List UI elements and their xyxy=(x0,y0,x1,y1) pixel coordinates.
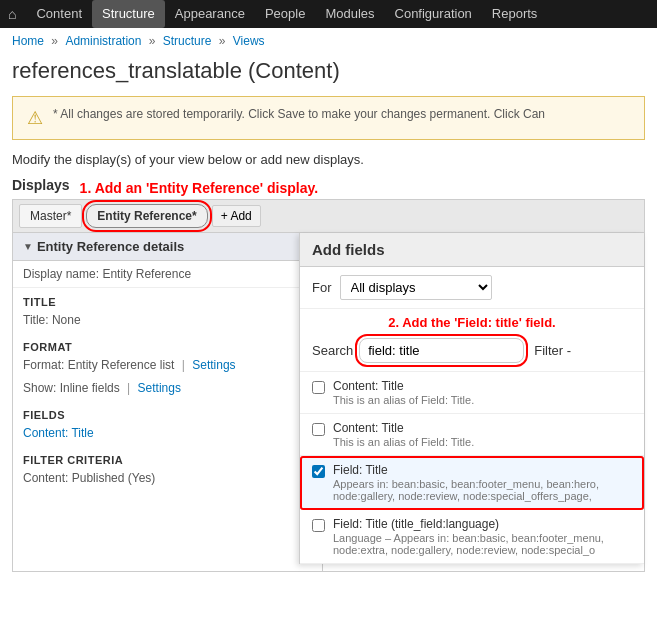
displays-header: Displays 1. Add an 'Entity Reference' di… xyxy=(12,177,645,199)
field-name-4: Field: Title (title_field:language) xyxy=(333,517,632,531)
displays-label: Displays xyxy=(12,177,70,193)
breadcrumb-structure[interactable]: Structure xyxy=(163,34,212,48)
for-label: For xyxy=(312,280,332,295)
breadcrumb-views[interactable]: Views xyxy=(233,34,265,48)
breadcrumb-admin[interactable]: Administration xyxy=(65,34,141,48)
displays-section: Displays 1. Add an 'Entity Reference' di… xyxy=(0,177,657,572)
field-checkbox-4[interactable] xyxy=(312,519,325,532)
nav-configuration[interactable]: Configuration xyxy=(385,0,482,28)
field-name-1: Content: Title xyxy=(333,379,474,393)
main-content-area: ▼ Entity Reference details Display name:… xyxy=(12,232,645,572)
nav-people[interactable]: People xyxy=(255,0,315,28)
section-filter-header: FILTER CRITERIA xyxy=(13,446,322,468)
field-name-3: Field: Title xyxy=(333,463,632,477)
breadcrumb: Home » Administration » Structure » View… xyxy=(0,28,657,54)
nav-content[interactable]: Content xyxy=(26,0,92,28)
add-fields-panel: Add fields For All displaysThis block (o… xyxy=(299,233,644,564)
left-panel: ▼ Entity Reference details Display name:… xyxy=(13,233,323,571)
field-name-2: Content: Title xyxy=(333,421,474,435)
top-navigation: ⌂ Content Structure Appearance People Mo… xyxy=(0,0,657,28)
field-item-4: Field: Title (title_field:language) Lang… xyxy=(300,510,644,564)
fields-content-title: Content: Title xyxy=(13,423,322,446)
field-item-2: Content: Title This is an alias of Field… xyxy=(300,414,644,456)
for-row: For All displaysThis block (override) xyxy=(300,267,644,309)
field-desc-3: Appears in: bean:basic, bean:footer_menu… xyxy=(333,478,632,502)
collapse-arrow[interactable]: ▼ xyxy=(23,241,33,252)
search-label: Search xyxy=(312,343,353,358)
title-none: Title: None xyxy=(13,310,322,333)
home-icon[interactable]: ⌂ xyxy=(8,6,16,22)
page-title: references_translatable (Content) xyxy=(0,54,657,96)
field-checkbox-1[interactable] xyxy=(312,381,325,394)
annotation-2: 2. Add the 'Field: title' field. xyxy=(300,309,644,334)
field-desc-1: This is an alias of Field: Title. xyxy=(333,394,474,406)
warning-icon: ⚠ xyxy=(27,107,43,129)
field-checkbox-3[interactable] xyxy=(312,465,325,478)
format-settings-link[interactable]: Settings xyxy=(192,358,235,372)
field-item-1: Content: Title This is an alias of Field… xyxy=(300,372,644,414)
filter-label[interactable]: Filter - xyxy=(534,343,571,358)
for-select[interactable]: All displaysThis block (override) xyxy=(340,275,492,300)
nav-reports[interactable]: Reports xyxy=(482,0,548,28)
nav-structure[interactable]: Structure xyxy=(92,0,165,28)
filter-published: Content: Published (Yes) xyxy=(13,468,322,491)
show-settings-link[interactable]: Settings xyxy=(138,381,181,395)
annotation-1: 1. Add an 'Entity Reference' display. xyxy=(80,180,319,196)
entity-ref-details-label: Entity Reference details xyxy=(37,239,184,254)
field-desc-2: This is an alias of Field: Title. xyxy=(333,436,474,448)
format-row: Format: Entity Reference list | Settings xyxy=(13,355,322,378)
section-format-header: FORMAT xyxy=(13,333,322,355)
search-row: Search Filter - xyxy=(300,334,644,371)
breadcrumb-home[interactable]: Home xyxy=(12,34,44,48)
tab-bar: Master* Entity Reference* + Add xyxy=(12,199,645,232)
tab-entity-reference[interactable]: Entity Reference* xyxy=(86,204,207,228)
field-desc-4: Language – Appears in: bean:basic, bean:… xyxy=(333,532,632,556)
tab-master[interactable]: Master* xyxy=(19,204,82,228)
section-title-header: TITLE xyxy=(13,288,322,310)
content-title-link[interactable]: Content: Title xyxy=(23,426,94,440)
nav-appearance[interactable]: Appearance xyxy=(165,0,255,28)
add-fields-title: Add fields xyxy=(300,233,644,267)
display-name-row: Display name: Entity Reference xyxy=(13,261,322,288)
search-input[interactable] xyxy=(359,338,524,363)
entity-ref-details-header: ▼ Entity Reference details xyxy=(13,233,322,261)
show-row: Show: Inline fields | Settings xyxy=(13,378,322,401)
field-list: Content: Title This is an alias of Field… xyxy=(300,371,644,564)
warning-banner: ⚠ * All changes are stored temporarily. … xyxy=(12,96,645,140)
add-display-button[interactable]: + Add xyxy=(212,205,261,227)
page-description: Modify the display(s) of your view below… xyxy=(0,152,657,177)
warning-text: * All changes are stored temporarily. Cl… xyxy=(53,107,545,121)
field-item-3: Field: Title Appears in: bean:basic, bea… xyxy=(300,456,644,510)
section-fields-header: FIELDS xyxy=(13,401,322,423)
nav-modules[interactable]: Modules xyxy=(315,0,384,28)
field-checkbox-2[interactable] xyxy=(312,423,325,436)
